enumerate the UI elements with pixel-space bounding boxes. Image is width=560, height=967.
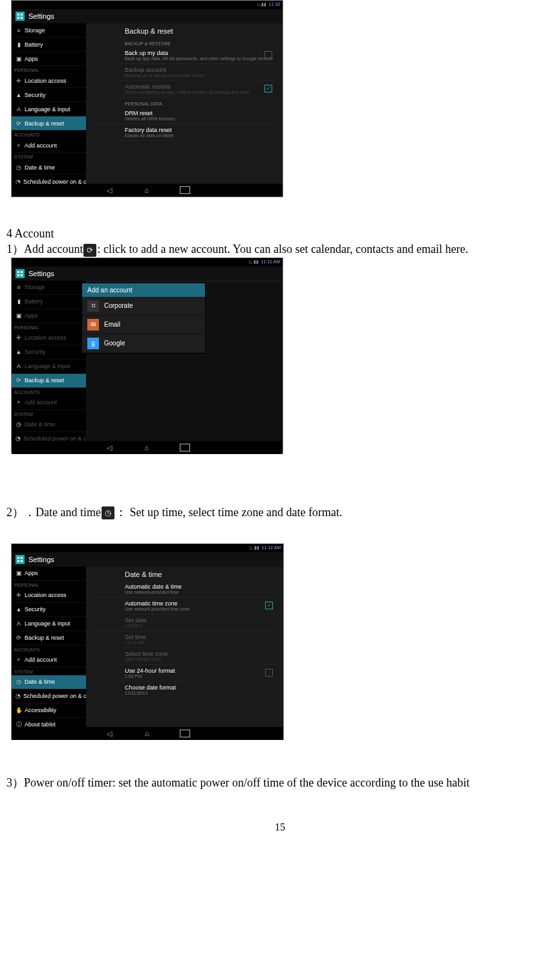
settings-title: Settings [28,12,54,20]
nav-home-icon[interactable]: ⌂ [142,186,151,195]
settings-app-icon [16,269,25,278]
settings-sidebar: ≡Storage ▮Battery ▣Apps PERSONAL ✛Locati… [12,23,86,184]
security-icon: ▲ [16,92,22,98]
sidebar-item-security[interactable]: ▲Security [12,603,86,617]
sidebar-item-backup-reset[interactable]: ⟳Backup & reset [12,631,86,646]
add-account-dialog: Add an account ⌑Corporate ✉Email gGoogle [81,283,206,354]
status-time: 11:10 [268,2,280,6]
item-select-timezone: Select time zoneGMT+00:00, GMT [92,648,277,665]
settings-main-panel: Backup & reset BACKUP & RESTORE Back up … [86,23,283,184]
sidebar-item-backup-reset[interactable]: ⟳Backup & reset [12,374,86,388]
svg-rect-6 [17,274,19,276]
apps-icon: ▣ [16,56,22,62]
sidebar-header-system: SYSTEM [12,153,86,160]
screenshot-date-time: ◺ ▮▮11:12 AM Settings ▣Apps PERSONAL ✛Lo… [11,543,284,740]
language-icon: A [16,106,22,113]
battery-icon: ▮ [16,41,22,48]
settings-sidebar: ▣Apps PERSONAL ✛Location access ▲Securit… [12,567,86,727]
svg-rect-5 [21,271,23,273]
nav-back-icon[interactable]: ◁ [105,186,114,195]
sidebar-item-battery[interactable]: ▮Battery [12,38,86,52]
nav-recent-icon[interactable] [180,730,190,737]
settings-app-icon [16,555,25,564]
svg-rect-10 [17,560,19,562]
sidebar-item-location[interactable]: ✛Location access [12,331,86,345]
sidebar-item-location[interactable]: ✛Location access [12,589,86,603]
settings-title: Settings [28,556,54,563]
sidebar-item-datetime[interactable]: ◷Date & time [12,418,86,432]
sidebar-item-battery[interactable]: ▮Battery [12,295,86,309]
sidebar-item-language[interactable]: ALanguage & input [12,102,86,116]
item-1-text: 1）Add account⟳: click to add a new accou… [6,241,554,257]
sidebar-item-language[interactable]: ALanguage & input [12,360,86,374]
location-icon: ✛ [16,78,22,84]
status-time: 11:11 AM [261,259,280,264]
sidebar-item-security[interactable]: ▲Security [12,345,86,360]
svg-rect-11 [21,560,23,562]
sidebar-item-add-account[interactable]: +Add account [12,653,86,668]
sidebar-item-storage[interactable]: ≡Storage [12,23,86,38]
item-date-format[interactable]: Choose date format12/31/2013 [92,682,277,699]
sidebar-item-scheduled-power[interactable]: ◔Scheduled power on & off [12,175,86,184]
svg-rect-9 [21,557,23,559]
panel-title: Backup & reset [92,23,276,38]
info-icon: ⓘ [16,721,22,727]
sidebar-item-add-account[interactable]: +Add account [12,396,86,410]
settings-titlebar: Settings [12,552,283,567]
item-auto-timezone[interactable]: Automatic time zoneUse network-provided … [92,598,277,614]
sidebar-item-datetime[interactable]: ◷Date & time [12,675,86,690]
backup-icon: ⟳ [16,120,22,127]
timer-icon: ◔ [16,179,21,184]
screenshot-add-account: ◺ ▮▮11:11 AM Settings ≡Storage ▮Battery … [11,257,283,453]
sidebar-item-language[interactable]: ALanguage & input [12,617,86,631]
sidebar-item-backup-reset[interactable]: ⟳Backup & reset [12,116,86,131]
nav-recent-icon[interactable] [180,444,190,451]
nav-bar: ◁ ⌂ [12,441,283,454]
settings-titlebar: Settings [12,266,283,281]
svg-rect-7 [21,274,23,276]
sidebar-item-about[interactable]: ⓘAbout tablet [12,718,86,727]
google-icon: g [87,338,99,349]
settings-sidebar: ≡Storage ▮Battery ▣Apps PERSONAL ✛Locati… [12,281,86,441]
sidebar-item-security[interactable]: ▲Security [12,88,86,102]
sidebar-item-scheduled-power[interactable]: ◔Scheduled power on & off [12,690,86,704]
checkbox-checked-icon: ✓ [264,85,272,92]
nav-home-icon[interactable]: ⌂ [142,729,151,738]
clock-icon: ◷ [16,164,22,171]
svg-rect-8 [17,557,19,559]
nav-back-icon[interactable]: ◁ [105,443,114,452]
sidebar-item-location[interactable]: ✛Location access [12,74,86,88]
settings-app-icon [16,12,25,21]
item-backup-my-data[interactable]: Back up my dataBack up app data, Wi-Ali … [92,47,276,64]
checkbox-icon[interactable] [264,51,272,59]
corporate-icon: ⌑ [87,300,99,312]
category-backup-restore: BACKUP & RESTORE [92,38,276,47]
nav-recent-icon[interactable] [180,186,190,194]
item-factory-reset[interactable]: Factory data resetErases all data on tab… [92,124,276,141]
sidebar-item-storage[interactable]: ≡Storage [12,281,86,295]
nav-home-icon[interactable]: ⌂ [142,443,151,452]
nav-back-icon[interactable]: ◁ [105,729,114,738]
account-option-corporate[interactable]: ⌑Corporate [82,297,205,316]
sidebar-item-datetime[interactable]: ◷Date & time [12,160,86,175]
settings-main-panel: Date & time Automatic date & timeUse net… [86,567,283,727]
checkbox-icon[interactable] [265,669,273,677]
sidebar-item-add-account[interactable]: +Add account [12,138,86,153]
checkbox-checked-icon[interactable]: ✓ [265,602,273,609]
sidebar-item-apps[interactable]: ▣Apps [12,52,86,66]
refresh-icon: ⟳ [83,244,96,257]
item-auto-date[interactable]: Automatic date & timeUse network-provide… [92,581,277,598]
item-drm-reset[interactable]: DRM resetDeletes all DRM licenses [92,107,276,124]
item-24hour[interactable]: Use 24-hour format1:00 PM [92,665,277,682]
sidebar-item-accessibility[interactable]: ✋Accessibility [12,704,86,718]
account-option-google[interactable]: gGoogle [82,334,205,353]
storage-icon: ≡ [16,27,22,34]
item-auto-restore: Automatic restoreWhen reinstalling an ap… [92,81,276,98]
account-option-email[interactable]: ✉Email [82,316,205,334]
sidebar-header-accounts: ACCOUNTS [12,131,86,138]
sidebar-item-apps[interactable]: ▣Apps [12,309,86,323]
sidebar-header-personal: PERSONAL [12,66,86,74]
dialog-title: Add an account [82,283,205,297]
sidebar-item-apps[interactable]: ▣Apps [12,567,86,581]
sidebar-item-scheduled-power[interactable]: ◔Scheduled power on & off [12,432,86,441]
